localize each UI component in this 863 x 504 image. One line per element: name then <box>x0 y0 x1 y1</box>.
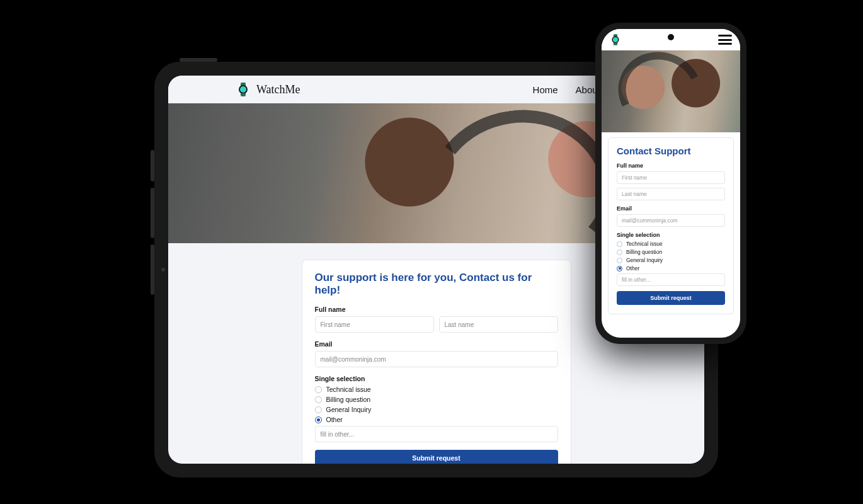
option-other[interactable]: Other <box>617 265 725 272</box>
brand-logo[interactable]: WatchMe <box>237 83 300 96</box>
option-general[interactable]: General Inquiry <box>617 257 725 263</box>
full-name-label: Full name <box>315 306 558 313</box>
email-label: Email <box>315 340 558 348</box>
email-group: Email mail@commoninja.com <box>617 205 725 227</box>
last-name-input[interactable]: Last name <box>617 188 725 200</box>
radio-icon <box>617 258 622 263</box>
option-other[interactable]: Other <box>315 416 558 423</box>
first-name-input[interactable]: First name <box>617 171 725 184</box>
option-label: Other <box>626 265 639 272</box>
last-name-input[interactable]: Last name <box>439 316 558 333</box>
option-technical[interactable]: Technical issue <box>617 241 725 247</box>
phone-frame: Contact Support Full name First name Las… <box>595 23 746 344</box>
single-selection-group: Single selection Technical issue Billing… <box>315 375 558 442</box>
form-heading: Contact Support <box>617 146 725 156</box>
contact-form-card: Our support is here for you, Contact us … <box>302 260 571 464</box>
option-label: Other <box>326 416 343 423</box>
tablet-volume-up <box>151 188 154 238</box>
option-label: Billing question <box>626 249 662 255</box>
option-billing[interactable]: Billing question <box>315 396 558 403</box>
single-selection-label: Single selection <box>315 375 558 382</box>
email-input[interactable]: mail@commoninja.com <box>617 214 725 227</box>
radio-icon <box>617 249 622 255</box>
single-selection-group: Single selection Technical issue Billing… <box>617 232 725 286</box>
first-name-input[interactable]: First name <box>315 316 434 333</box>
radio-icon <box>617 266 622 272</box>
tablet-volume-down <box>151 244 154 295</box>
option-label: Technical issue <box>326 386 371 393</box>
option-billing[interactable]: Billing question <box>617 249 725 255</box>
contact-form-card: Contact Support Full name First name Las… <box>608 137 734 314</box>
radio-icon <box>315 386 322 393</box>
option-label: General Inquiry <box>626 257 663 263</box>
watch-icon[interactable] <box>611 34 620 45</box>
other-input[interactable]: fill in other... <box>315 426 558 442</box>
option-technical[interactable]: Technical issue <box>315 386 558 393</box>
watch-icon <box>237 83 249 96</box>
form-heading: Our support is here for you, Contact us … <box>315 272 558 297</box>
phone-camera <box>668 34 674 40</box>
tablet-side-button <box>151 150 154 181</box>
full-name-group: Full name First name Last name <box>617 163 725 200</box>
brand-name: WatchMe <box>256 83 300 96</box>
full-name-label: Full name <box>617 163 725 169</box>
tablet-camera <box>161 268 165 272</box>
single-selection-label: Single selection <box>617 232 725 238</box>
hero-image <box>602 50 740 132</box>
option-general[interactable]: General Inquiry <box>315 406 558 413</box>
radio-icon <box>315 396 322 403</box>
phone-screen: Contact Support Full name First name Las… <box>602 29 740 338</box>
option-label: Billing question <box>326 396 371 403</box>
other-input[interactable]: fill in other... <box>617 273 725 286</box>
hamburger-menu-icon[interactable] <box>718 35 732 45</box>
full-name-group: Full name First name Last name <box>315 306 558 333</box>
tablet-power-button <box>180 58 217 62</box>
submit-button[interactable]: Submit request <box>617 291 725 305</box>
email-input[interactable]: mail@commoninja.com <box>315 351 558 367</box>
radio-icon <box>315 416 322 423</box>
email-label: Email <box>617 205 725 212</box>
nav-home[interactable]: Home <box>533 84 558 95</box>
radio-icon <box>617 241 622 247</box>
option-label: Technical issue <box>626 241 663 247</box>
option-label: General Inquiry <box>326 406 372 413</box>
radio-icon <box>315 406 322 413</box>
submit-button[interactable]: Submit request <box>315 450 558 464</box>
email-group: Email mail@commoninja.com <box>315 340 558 367</box>
